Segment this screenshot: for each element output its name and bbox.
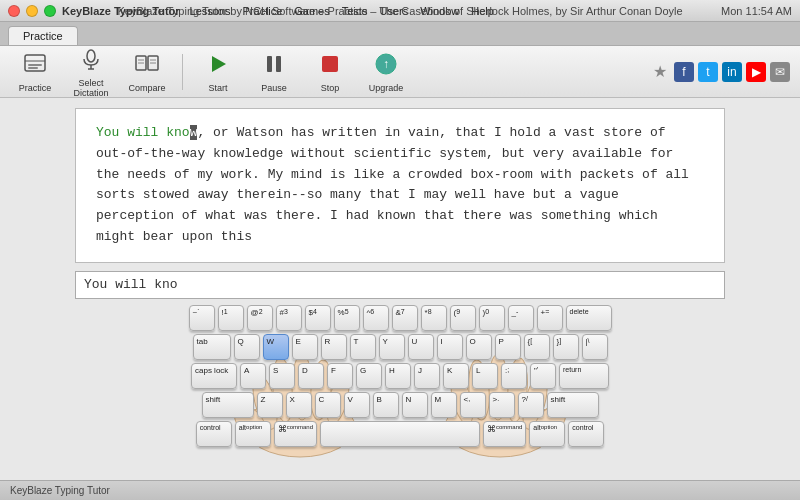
key-backslash[interactable]: |\ (582, 334, 608, 360)
svg-marker-13 (212, 56, 226, 72)
key-e[interactable]: E (292, 334, 318, 360)
practice-icon (22, 51, 48, 81)
minimize-button[interactable] (26, 5, 38, 17)
key-i[interactable]: I (437, 334, 463, 360)
close-button[interactable] (8, 5, 20, 17)
key-7[interactable]: &7 (392, 305, 418, 331)
compare-button[interactable]: Compare (122, 50, 172, 94)
key-space[interactable] (320, 421, 480, 447)
key-p[interactable]: P (495, 334, 521, 360)
key-8[interactable]: *8 (421, 305, 447, 331)
key-y[interactable]: Y (379, 334, 405, 360)
key-5[interactable]: %5 (334, 305, 360, 331)
key-shift-left[interactable]: shift (202, 392, 254, 418)
bookmark-icon[interactable]: ★ (650, 62, 670, 82)
key-tab[interactable]: tab (193, 334, 231, 360)
key-comma[interactable]: <, (460, 392, 486, 418)
key-n[interactable]: N (402, 392, 428, 418)
key-3[interactable]: #3 (276, 305, 302, 331)
typed-correct-text: You will kno (96, 125, 190, 140)
key-9[interactable]: (9 (450, 305, 476, 331)
pause-button[interactable]: Pause (249, 50, 299, 94)
key-m[interactable]: M (431, 392, 457, 418)
key-v[interactable]: V (344, 392, 370, 418)
twitter-icon[interactable]: t (698, 62, 718, 82)
select-dictation-button[interactable]: Select Dictation (66, 50, 116, 94)
stop-button[interactable]: Stop (305, 50, 355, 94)
share-icons: ★ f t in ▶ ✉ (650, 62, 790, 82)
key-option-right[interactable]: altoption (529, 421, 565, 447)
key-0[interactable]: )0 (479, 305, 505, 331)
key-l[interactable]: L (472, 363, 498, 389)
key-r[interactable]: R (321, 334, 347, 360)
key-control[interactable]: control (196, 421, 232, 447)
key-a[interactable]: A (240, 363, 266, 389)
key-b[interactable]: B (373, 392, 399, 418)
svg-text:↑: ↑ (383, 57, 389, 71)
email-icon[interactable]: ✉ (770, 62, 790, 82)
key-rbracket[interactable]: }] (553, 334, 579, 360)
key-capslock[interactable]: caps lock (191, 363, 237, 389)
key-lbracket[interactable]: {[ (524, 334, 550, 360)
upgrade-icon: ↑ (373, 51, 399, 81)
key-quote[interactable]: "' (530, 363, 556, 389)
facebook-icon[interactable]: f (674, 62, 694, 82)
linkedin-icon[interactable]: in (722, 62, 742, 82)
key-g[interactable]: G (356, 363, 382, 389)
key-2[interactable]: @2 (247, 305, 273, 331)
key-slash[interactable]: ?/ (518, 392, 544, 418)
key-w[interactable]: W (263, 334, 289, 360)
key-h[interactable]: H (385, 363, 411, 389)
key-row-asdf: caps lock A S D F G H J K L :; "' return (191, 363, 609, 389)
upgrade-label: Upgrade (369, 83, 404, 93)
upgrade-button[interactable]: ↑ Upgrade (361, 50, 411, 94)
stop-label: Stop (321, 83, 340, 93)
clock: Mon 11:54 AM (721, 5, 792, 17)
key-d[interactable]: D (298, 363, 324, 389)
key-row-zxcv: shift Z X C V B N M <, >. ?/ shift (202, 392, 599, 418)
traffic-lights (8, 5, 56, 17)
pause-icon (261, 51, 287, 81)
key-j[interactable]: J (414, 363, 440, 389)
typed-display: You will kno (75, 271, 725, 299)
keyboard: ~` !1 @2 #3 $4 %5 ^6 &7 *8 (9 )0 _- += d… (189, 305, 612, 447)
key-minus[interactable]: _- (508, 305, 534, 331)
key-c[interactable]: C (315, 392, 341, 418)
compare-label: Compare (128, 83, 165, 93)
key-row-qwerty: tab Q W E R T Y U I O P {[ }] |\ (193, 334, 608, 360)
key-equals[interactable]: += (537, 305, 563, 331)
key-z[interactable]: Z (257, 392, 283, 418)
key-option-left[interactable]: altoption (235, 421, 271, 447)
key-command-right[interactable]: ⌘command (483, 421, 526, 447)
svg-rect-16 (322, 56, 338, 72)
svg-rect-3 (28, 67, 38, 69)
key-command-left[interactable]: ⌘command (274, 421, 317, 447)
key-semicolon[interactable]: :; (501, 363, 527, 389)
key-period[interactable]: >. (489, 392, 515, 418)
key-6[interactable]: ^6 (363, 305, 389, 331)
key-4[interactable]: $4 (305, 305, 331, 331)
key-tilde[interactable]: ~` (189, 305, 215, 331)
tab-practice[interactable]: Practice (8, 26, 78, 45)
key-t[interactable]: T (350, 334, 376, 360)
key-shift-right[interactable]: shift (547, 392, 599, 418)
window-title: KeyBlaze Typing Tutor by NCH Software – … (117, 5, 682, 17)
start-button[interactable]: Start (193, 50, 243, 94)
key-q[interactable]: Q (234, 334, 260, 360)
key-f[interactable]: F (327, 363, 353, 389)
key-1[interactable]: !1 (218, 305, 244, 331)
practice-label: Practice (19, 83, 52, 93)
key-return[interactable]: return (559, 363, 609, 389)
key-x[interactable]: X (286, 392, 312, 418)
pause-label: Pause (261, 83, 287, 93)
youtube-icon[interactable]: ▶ (746, 62, 766, 82)
key-k[interactable]: K (443, 363, 469, 389)
key-control-right[interactable]: control (568, 421, 604, 447)
key-s[interactable]: S (269, 363, 295, 389)
key-u[interactable]: U (408, 334, 434, 360)
dictation-label: Select Dictation (66, 78, 116, 98)
key-delete[interactable]: delete (566, 305, 612, 331)
maximize-button[interactable] (44, 5, 56, 17)
key-o[interactable]: O (466, 334, 492, 360)
practice-button[interactable]: Practice (10, 50, 60, 94)
